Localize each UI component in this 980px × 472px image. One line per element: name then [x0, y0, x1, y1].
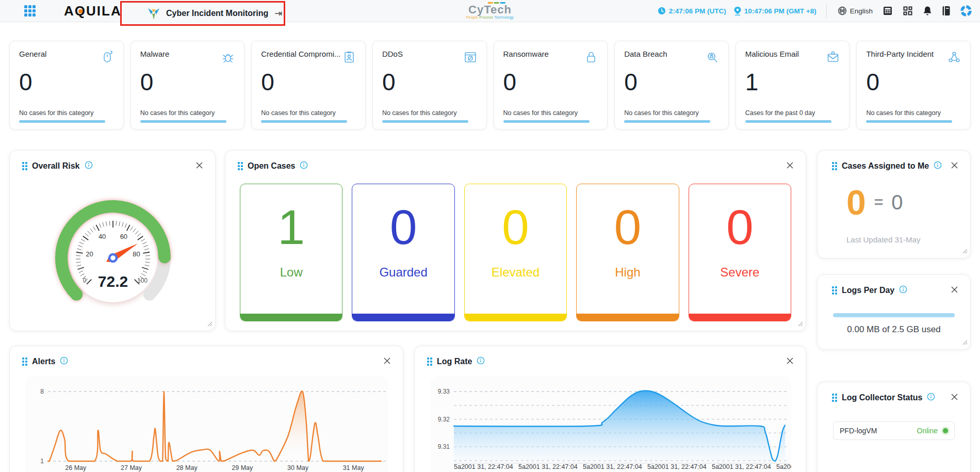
drag-handle[interactable]	[832, 286, 837, 295]
severity-label: Severe	[720, 265, 759, 280]
browser-block-icon	[463, 50, 478, 65]
mouse-icon	[100, 50, 115, 65]
open-cases-card-elevated[interactable]: 0 Elevated	[464, 184, 567, 321]
svg-text:5a2001 31, 22:47:04: 5a2001 31, 22:47:04	[454, 463, 513, 470]
log-usage-progress-bar	[833, 313, 955, 317]
cytech-wordmark: CyTech	[466, 4, 514, 15]
widget-title: Alerts	[32, 357, 55, 366]
assigned-count: 0	[846, 185, 866, 220]
close-widget-button[interactable]	[949, 284, 960, 297]
notifications-button[interactable]	[922, 5, 933, 17]
overall-risk-gauge: 20406080010072.2	[10, 174, 216, 329]
category-underline-bar	[503, 120, 590, 123]
category-title: Malware	[140, 50, 170, 58]
info-icon[interactable]	[300, 161, 308, 171]
logs-per-day-widget: Logs Per Day 0.00 MB of 2.5 GB used	[817, 274, 971, 350]
language-label: English	[850, 7, 873, 15]
category-card-malicious-email[interactable]: Malicious Email 1 Cases for the past 0 d…	[736, 41, 850, 129]
info-icon[interactable]	[477, 356, 485, 367]
info-icon[interactable]	[899, 285, 907, 296]
category-cards-row: General 0 No cases for this category Mal…	[9, 41, 971, 129]
category-count: 1	[745, 70, 841, 94]
open-cases-card-guarded[interactable]: 0 Guarded	[352, 184, 454, 321]
app-launcher-button[interactable]	[23, 4, 37, 18]
open-cases-card-high[interactable]: 0 High	[576, 184, 679, 321]
drag-handle[interactable]	[427, 357, 432, 366]
apps-grid-icon	[24, 5, 36, 17]
svg-text:30 May: 30 May	[287, 464, 309, 471]
close-widget-button[interactable]	[785, 160, 795, 172]
info-icon[interactable]	[934, 161, 942, 171]
svg-text:31 May: 31 May	[343, 464, 365, 471]
drag-handle[interactable]	[238, 162, 243, 170]
category-card-malware[interactable]: Malware 0 No cases for this category	[130, 41, 245, 129]
open-cases-widget: Open Cases 1 Low 0 Guarded 0 Elevated 0 …	[225, 150, 806, 331]
widgets-dashboard-button[interactable]	[902, 5, 914, 17]
brand-text: UILA	[86, 3, 122, 19]
close-widget-button[interactable]	[949, 392, 960, 404]
log-rate-chart: 9.339.329.315a2001 31, 22:47:045a2001 31…	[430, 376, 791, 472]
brand-text: A	[64, 3, 75, 19]
log-rate-widget: Log Rate 9.339.329.315a2001 31, 22:47:04…	[414, 346, 806, 472]
svg-text:72.2: 72.2	[98, 273, 128, 290]
resize-handle[interactable]	[962, 247, 968, 256]
info-icon[interactable]	[85, 161, 93, 171]
collector-row[interactable]: PFD-logVM Online	[833, 421, 955, 440]
resize-handle[interactable]	[797, 319, 803, 329]
category-count: 0	[503, 70, 599, 94]
category-underline-bar	[261, 120, 347, 123]
category-underline-bar	[745, 120, 831, 123]
help-button[interactable]	[959, 4, 973, 18]
category-card-ddos[interactable]: DDoS 0 No cases for this category	[372, 41, 487, 129]
close-widget-button[interactable]	[194, 160, 205, 172]
svg-text:5a2001 31, 22:47:04: 5a2001 31, 22:47:04	[518, 463, 578, 470]
drag-handle[interactable]	[832, 394, 837, 402]
language-selector[interactable]: English	[837, 5, 874, 17]
info-icon[interactable]	[60, 356, 68, 367]
open-cases-card-low[interactable]: 1 Low	[240, 184, 342, 321]
cytech-logo: CyTech People Process Technology	[466, 2, 514, 20]
aquila-logo[interactable]: AQUILA	[64, 3, 122, 19]
module-name: Cyber Incident Monitoring	[166, 9, 268, 18]
book-icon	[942, 6, 951, 16]
svg-text:5a2001 31, 22:47:04: 5a2001 31, 22:47:04	[776, 463, 791, 470]
severity-bar	[577, 314, 678, 321]
assigned-total: 0	[891, 191, 903, 214]
svg-text:60: 60	[120, 233, 127, 240]
close-widget-button[interactable]	[949, 160, 960, 172]
module-tab-cyber-incident-monitoring[interactable]: Cyber Incident Monitoring ⇥	[120, 1, 285, 26]
drag-handle[interactable]	[832, 162, 837, 170]
category-card-ransomware[interactable]: Ransomware 0 No cases for this category	[494, 41, 608, 129]
case-count: 0	[502, 203, 529, 252]
severity-bar	[352, 314, 454, 321]
category-card-general[interactable]: General 0 No cases for this category	[9, 41, 124, 129]
directory-button[interactable]	[881, 5, 894, 17]
category-title: Third-Party Incident	[866, 50, 934, 58]
documentation-button[interactable]	[941, 5, 952, 17]
collector-name: PFD-logVM	[840, 427, 877, 435]
topbar: AQUILA Cyber Incident Monitoring ⇥ CyTec…	[0, 0, 980, 22]
svg-text:80: 80	[133, 250, 140, 258]
help-ring-icon	[960, 5, 972, 17]
category-note: No cases for this category	[382, 109, 478, 117]
svg-text:100: 100	[137, 277, 148, 284]
svg-text:9.32: 9.32	[438, 416, 450, 423]
local-time: 10:47:06 PM (GMT +8)	[734, 7, 816, 15]
severity-label: Elevated	[492, 265, 540, 280]
info-icon[interactable]	[927, 393, 935, 403]
resize-handle[interactable]	[207, 319, 213, 329]
category-card-third-party-incident[interactable]: Third-Party Incident 0 No cases for this…	[856, 41, 971, 129]
svg-text:20: 20	[86, 250, 93, 258]
case-count: 0	[726, 203, 754, 252]
open-cases-card-severe[interactable]: 0 Severe	[689, 184, 791, 321]
close-widget-button[interactable]	[785, 355, 795, 368]
cytech-tagline: People Process Technology	[466, 16, 514, 20]
severity-label: Guarded	[379, 265, 427, 280]
category-underline-bar	[866, 120, 952, 123]
drag-handle[interactable]	[22, 357, 27, 366]
drag-handle[interactable]	[22, 162, 27, 170]
category-card-credential-compromi[interactable]: Credential Compromi... 0 No cases for th…	[251, 41, 366, 129]
close-widget-button[interactable]	[382, 355, 393, 368]
category-card-data-breach[interactable]: Data Breach 0 No cases for this category	[614, 41, 729, 129]
resize-handle[interactable]	[962, 338, 968, 347]
